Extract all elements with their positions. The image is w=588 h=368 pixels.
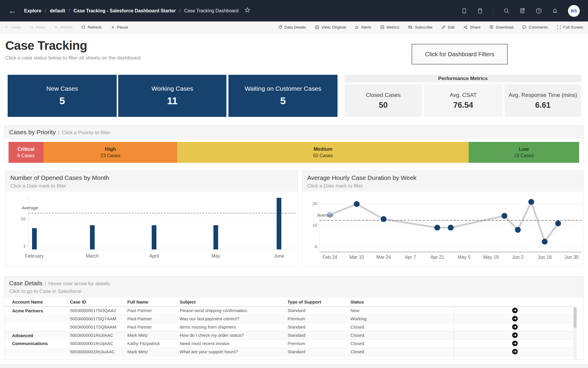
priority-segment-label: Critical: [18, 146, 35, 152]
data-point-mar-10[interactable]: [354, 201, 360, 207]
full-screen-button[interactable]: Full Screen: [557, 25, 583, 29]
breadcrumb-separator: /: [69, 8, 70, 14]
priority-segment-low[interactable]: Low19 Cases: [469, 142, 579, 163]
data-point-apr-21[interactable]: [434, 225, 440, 231]
bar-chart-header: Number of Opened Cases by Month Click a …: [6, 171, 298, 192]
alerts-button[interactable]: Alerts: [355, 25, 371, 29]
bar-april[interactable]: [152, 225, 156, 249]
pause-button[interactable]: Pause: [111, 25, 128, 29]
breadcrumb-project[interactable]: default: [50, 8, 65, 14]
table-row[interactable]: 5003i0000017SQ7AAMPaul PartnerWas our la…: [4, 315, 576, 323]
revert-button[interactable]: Revert: [54, 25, 73, 29]
edit-button[interactable]: Edit: [441, 25, 455, 29]
bar-june[interactable]: [277, 198, 281, 249]
table-scrollbar-thumb[interactable]: [574, 307, 577, 328]
bar-may[interactable]: [213, 225, 218, 249]
go-to-case-arrow[interactable]: [512, 324, 518, 330]
data-details-tag-icon: [278, 25, 282, 29]
bar-february[interactable]: [32, 228, 37, 249]
table-title: Case Details: [9, 280, 42, 286]
page-subtitle: Click a case status below to filter all …: [5, 55, 141, 61]
x-tick-label: May: [198, 253, 233, 259]
case-details-section: Case Details|Hover over arrow for detail…: [4, 276, 584, 360]
notifications-bell-icon[interactable]: [552, 8, 558, 14]
view-bars-icon: [315, 25, 319, 29]
undo-button[interactable]: Undo: [5, 25, 21, 29]
dashboard: Case Tracking Click a case status below …: [0, 33, 588, 364]
column-header-full-name: Full Name: [127, 298, 148, 306]
line-chart-title: Average Hourly Case Duration by Week: [307, 174, 583, 181]
table-header: Case Details|Hover over arrow for detail…: [4, 276, 583, 298]
breadcrumb-workbook[interactable]: Case Tracking - Salesforce Dashboard Sta…: [74, 8, 176, 14]
redo-icon: [29, 25, 34, 29]
data-source-icon[interactable]: [477, 8, 483, 14]
download-button[interactable]: Download: [489, 25, 513, 29]
data-point-jun-2[interactable]: [515, 227, 521, 233]
kpi-value: 11: [167, 95, 178, 107]
go-to-case-arrow[interactable]: [512, 349, 518, 354]
favorite-star-icon[interactable]: [244, 7, 250, 14]
go-to-case-arrow[interactable]: [512, 308, 518, 313]
y-tick-mark: [27, 246, 29, 247]
table-row[interactable]: Acme Partners5003i0000017SOQAA2Paul Part…: [4, 306, 576, 315]
comments-button[interactable]: Comments: [522, 25, 548, 29]
x-tick-mark: [216, 249, 216, 251]
dashboard-filters-button[interactable]: Click for Dashboard Filters: [412, 44, 508, 64]
row-separator: [66, 348, 576, 348]
share-button[interactable]: Share: [463, 25, 480, 29]
favorites-list-icon[interactable]: [519, 8, 526, 14]
data-point-mar-24[interactable]: [381, 216, 387, 222]
status-cell: Closed: [350, 348, 392, 356]
kpi-working-cases[interactable]: Working Cases 11: [118, 75, 226, 117]
go-to-case-arrow[interactable]: [512, 341, 518, 346]
metric-avg-response-time: Avg. Response Time (mins)6.61: [505, 84, 581, 117]
full-name-cell: Paul Partner: [127, 323, 177, 331]
full-screen-icon: [557, 25, 561, 29]
metric-closed-cases: Closed Cases50: [345, 84, 422, 117]
data-point-jun-9[interactable]: [528, 199, 534, 205]
data-details-button[interactable]: Data Details: [278, 25, 306, 29]
priority-segment-medium[interactable]: Medium50 Cases: [177, 142, 468, 163]
priority-segment-count: 19 Cases: [514, 153, 534, 158]
data-point-apr-28[interactable]: [448, 225, 454, 231]
data-point-jun-16[interactable]: [542, 239, 548, 245]
view-original-button[interactable]: View: Original: [315, 25, 346, 29]
toolbar-left: Undo Redo Revert Refresh Pause: [5, 25, 128, 29]
table-scrollbar[interactable]: [573, 306, 577, 359]
search-icon[interactable]: [503, 8, 510, 14]
bar-march[interactable]: [90, 225, 95, 249]
priority-segment-critical[interactable]: Critical6 Cases: [9, 142, 44, 163]
breadcrumb-explore[interactable]: Explore: [24, 8, 41, 14]
priority-segment-label: High: [105, 146, 116, 152]
go-to-case-arrow[interactable]: [512, 316, 518, 321]
kpi-value: 5: [59, 95, 65, 107]
go-to-case-arrow[interactable]: [512, 332, 518, 338]
metrics-button[interactable]: Metrics: [380, 25, 400, 29]
table-row[interactable]: Advanced Communications5003i000001Rs3iAA…: [4, 331, 576, 339]
nav-actions: BS: [461, 5, 580, 17]
alerts-bell-icon: [355, 25, 359, 29]
kpi-new-cases[interactable]: New Cases 5: [8, 75, 117, 117]
priority-segment-high[interactable]: High23 Cases: [44, 142, 178, 163]
subject-cell: Was our last payment correct?: [180, 315, 285, 323]
help-icon[interactable]: [536, 8, 542, 14]
case-id-cell: 5003i000001Rs3uAAC: [70, 348, 124, 356]
table-row[interactable]: 5003i000001Rs3jAACKathy FitzpatrickNeed …: [4, 339, 576, 348]
device-preview-icon[interactable]: [461, 8, 467, 14]
redo-button[interactable]: Redo: [29, 25, 45, 29]
back-icon[interactable]: ←: [8, 7, 16, 15]
full-name-cell: Mark Metz: [127, 348, 177, 356]
kpi-waiting-cases[interactable]: Waiting on Customer Cases 5: [228, 75, 338, 117]
column-header-case-id: Case ID: [70, 298, 86, 306]
support-type-cell: Standard: [288, 331, 345, 339]
user-avatar[interactable]: BS: [568, 5, 580, 17]
data-point-may-26[interactable]: [502, 213, 507, 219]
data-point-jun-23[interactable]: [555, 221, 561, 226]
refresh-button[interactable]: Refresh: [81, 25, 101, 29]
x-tick-mark: [34, 249, 35, 251]
table-row[interactable]: 5003i000001Rs3uAACMark MetzWhat are your…: [4, 348, 576, 356]
horizontal-scrollbar[interactable]: [0, 364, 588, 368]
status-cell: Working: [350, 315, 392, 323]
subscribe-button[interactable]: Subscribe: [408, 25, 432, 29]
table-row[interactable]: 5003i0000017SQ8AAMPaul PartnerItems miss…: [4, 323, 576, 331]
